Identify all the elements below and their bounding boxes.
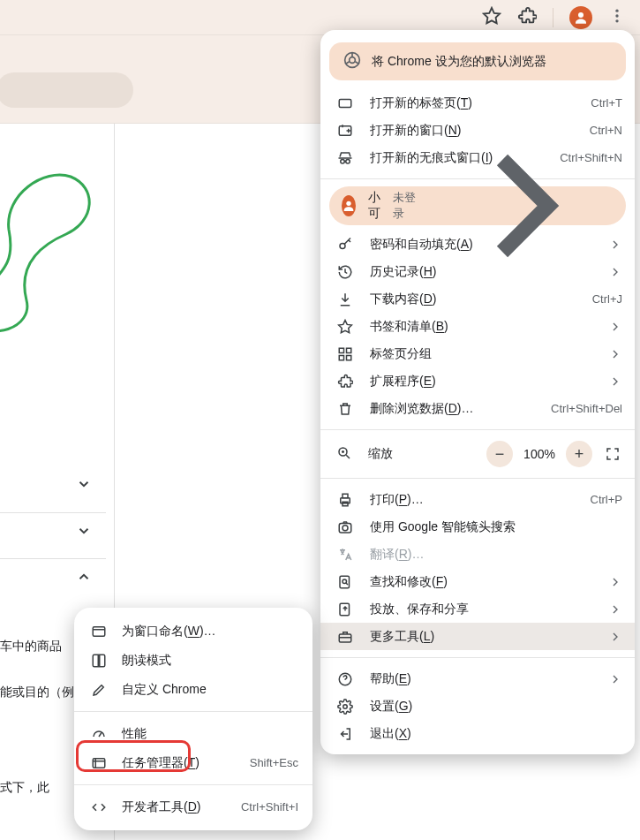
svg-rect-17 — [347, 355, 351, 359]
menu-label: 自定义 Chrome — [122, 682, 298, 698]
menu-label: 删除浏览数据(D)… — [370, 401, 535, 417]
extension-icon[interactable] — [517, 6, 537, 28]
accordion-row[interactable] — [0, 558, 106, 594]
menu-label: 为窗口命名(W)… — [122, 624, 298, 639]
accordion-row[interactable] — [0, 512, 106, 548]
fullscreen-button[interactable] — [599, 441, 626, 467]
help-icon — [336, 670, 354, 688]
menu-label: 打开新的标签页(T) — [370, 95, 575, 111]
print-icon — [336, 491, 354, 509]
profile-icon — [342, 195, 356, 216]
book-icon — [90, 652, 108, 670]
profile-avatar[interactable] — [569, 6, 592, 29]
svg-rect-16 — [339, 355, 343, 359]
menu-help[interactable]: 帮助(E) — [320, 665, 635, 692]
menu-label: 帮助(E) — [370, 671, 592, 687]
menu-clear-data[interactable]: 删除浏览数据(D)… Ctrl+Shift+Del — [320, 395, 635, 422]
svg-marker-0 — [484, 8, 500, 23]
trash-icon — [336, 400, 354, 418]
svg-rect-24 — [340, 576, 350, 588]
find-icon — [336, 573, 354, 591]
banner-text: 将 Chrome 设为您的默认浏览器 — [372, 54, 546, 70]
gear-icon — [336, 698, 354, 715]
extension-icon — [336, 373, 354, 390]
code-icon — [90, 798, 108, 816]
kebab-menu-icon[interactable] — [608, 7, 626, 27]
menu-print[interactable]: 打印(P)… Ctrl+P — [320, 486, 635, 513]
divider — [74, 784, 312, 785]
star-icon[interactable] — [482, 6, 501, 28]
submenu-read-mode[interactable]: 朗读模式 — [74, 646, 312, 675]
menu-label: 标签页分组 — [370, 346, 592, 362]
svg-point-11 — [346, 201, 350, 206]
svg-point-12 — [340, 243, 345, 248]
menu-exit[interactable]: 退出(X) — [320, 720, 635, 747]
key-icon — [336, 236, 354, 254]
menu-label: 扩展程序(E) — [370, 374, 592, 390]
menu-label: 下载内容(D) — [370, 291, 576, 307]
svg-point-29 — [343, 704, 348, 708]
menu-new-tab[interactable]: 打开新的标签页(T) Ctrl+T — [320, 89, 635, 117]
history-icon — [336, 263, 354, 281]
menu-extensions[interactable]: 扩展程序(E) — [320, 367, 635, 395]
menu-label: 书签和清单(B) — [370, 319, 592, 335]
svg-rect-7 — [339, 99, 351, 107]
svg-point-1 — [578, 12, 584, 18]
accelerator: Ctrl+J — [592, 292, 622, 306]
svg-rect-15 — [347, 348, 351, 352]
menu-label: 任务管理器(T) — [122, 755, 236, 771]
window-icon — [90, 623, 108, 640]
chevron-right-icon — [608, 672, 622, 686]
menu-label: 投放、保存和分享 — [370, 602, 592, 617]
menu-label: 更多工具(L) — [370, 629, 592, 645]
window-icon — [336, 122, 354, 140]
chevron-right-icon — [608, 630, 622, 644]
menu-cast[interactable]: 投放、保存和分享 — [320, 595, 635, 623]
submenu-name-window[interactable]: 为窗口命名(W)… — [74, 617, 312, 646]
menu-label: 查找和修改(F) — [370, 574, 592, 590]
zoom-icon — [336, 445, 352, 464]
translate-icon — [336, 546, 354, 564]
bg-text: 式下，此 — [0, 776, 74, 799]
svg-rect-30 — [93, 626, 105, 636]
more-tools-submenu: 为窗口命名(W)… 朗读模式 自定义 Chrome 性能 任务管理器(T) Sh… — [74, 608, 312, 830]
menu-translate[interactable]: 翻译(R)… — [320, 541, 635, 568]
menu-settings[interactable]: 设置(G) — [320, 692, 635, 720]
submenu-task-manager[interactable]: 任务管理器(T) Shift+Esc — [74, 748, 312, 777]
zoom-value: 100% — [520, 447, 559, 461]
lens-icon — [336, 518, 354, 536]
menu-label: 开发者工具(D) — [122, 799, 227, 815]
menu-label: 退出(X) — [370, 726, 622, 742]
default-browser-banner[interactable]: 将 Chrome 设为您的默认浏览器 — [329, 42, 626, 80]
menu-lens[interactable]: 使用 Google 智能镜头搜索 — [320, 513, 635, 541]
menu-find[interactable]: 查找和修改(F) — [320, 568, 635, 595]
zoom-label: 缩放 — [368, 446, 393, 462]
chevron-right-icon — [608, 602, 622, 617]
submenu-customize[interactable]: 自定义 Chrome — [74, 675, 312, 704]
zoom-in-button[interactable]: + — [566, 441, 592, 467]
menu-tab-groups[interactable]: 标签页分组 — [320, 340, 635, 367]
profile-row[interactable]: 小可 未登录 — [329, 186, 626, 225]
accordion-row[interactable] — [0, 466, 106, 502]
svg-marker-13 — [339, 320, 352, 332]
chevron-right-icon — [608, 375, 622, 389]
menu-label: 密码和自动填充(A) — [370, 237, 592, 253]
divider — [320, 478, 635, 479]
svg-point-4 — [615, 19, 618, 22]
divider — [320, 657, 635, 658]
zoom-out-button[interactable]: − — [486, 441, 513, 467]
menu-label: 设置(G) — [370, 699, 622, 715]
submenu-dev-tools[interactable]: 开发者工具(D) Ctrl+Shift+I — [74, 792, 312, 821]
chevron-right-icon — [608, 238, 622, 252]
menu-more-tools[interactable]: 更多工具(L) — [320, 623, 635, 650]
menu-label: 打印(P)… — [370, 492, 575, 508]
menu-bookmarks[interactable]: 书签和清单(B) — [320, 313, 635, 340]
accelerator: Shift+Esc — [250, 756, 298, 769]
chevron-right-icon — [608, 320, 622, 334]
accelerator: Ctrl+T — [591, 96, 622, 110]
bg-text: 车中的商品 — [0, 634, 72, 658]
chevron-down-icon — [76, 476, 92, 492]
incognito-icon — [336, 149, 354, 167]
menu-label: 历史记录(H) — [370, 264, 592, 280]
submenu-performance[interactable]: 性能 — [74, 719, 312, 748]
